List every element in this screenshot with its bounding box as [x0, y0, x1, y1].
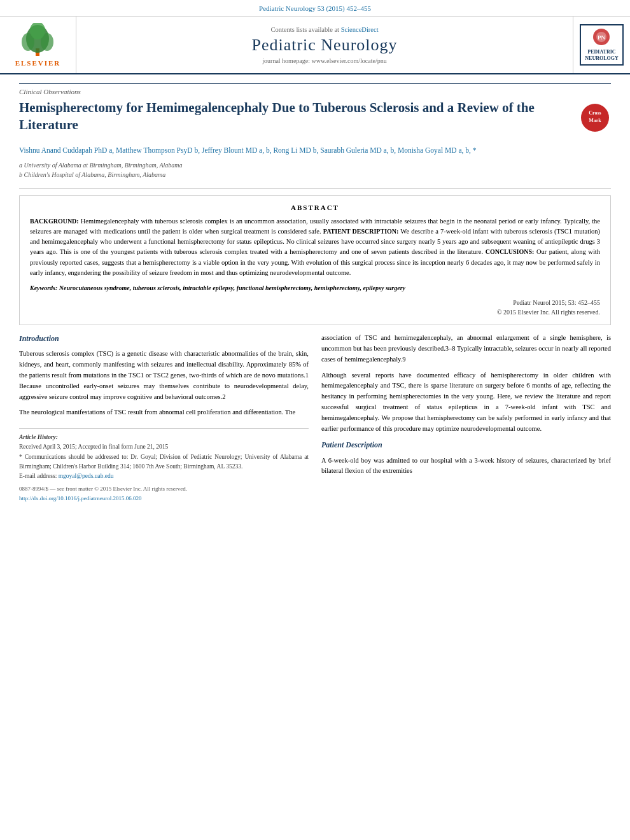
bottom-doi: http://dx.doi.org/10.1016/j.pediatrneuro…	[19, 494, 309, 503]
top-header: Pediatric Neurology 53 (2015) 452–455	[0, 0, 630, 17]
bottom-copyright: 0887-8994/$ — see front matter © 2015 El…	[19, 485, 309, 494]
patient-section-title: Patient Description	[321, 439, 611, 451]
journal-title: Pediatric Neurology	[251, 36, 397, 55]
elsevier-tree-icon	[18, 23, 57, 58]
article-title: Hemispherectomy for Hemimegalencephaly D…	[19, 99, 579, 134]
cite-line2: © 2015 Elsevier Inc. All rights reserved…	[30, 307, 600, 317]
keywords-label: Keywords:	[30, 284, 57, 291]
col-right: association of TSC and hemimegalencephal…	[321, 333, 611, 503]
patient-para1: A 6-week-old boy was admitted to our hos…	[321, 456, 611, 477]
communications-info: * Communications should be addressed to:…	[19, 452, 309, 472]
article-footer: Article History: Received April 3, 2015;…	[19, 428, 309, 481]
sciencedirect-link[interactable]: ScienceDirect	[341, 26, 379, 33]
intro-right-para1: association of TSC and hemimegalencephal…	[321, 333, 611, 365]
journal-title-area: Contents lists available at ScienceDirec…	[76, 17, 573, 73]
patient-desc-label: PATIENT DESCRIPTION:	[323, 228, 399, 235]
intro-right-para2: Although several reports have documented…	[321, 370, 611, 435]
journal-ref-link[interactable]: Pediatric Neurology 53 (2015) 452–455	[259, 4, 371, 12]
logo-line1: PEDIATRIC	[585, 49, 618, 55]
article-title-row: Hemispherectomy for Hemimegalencephaly D…	[19, 99, 611, 138]
journal-homepage: journal homepage: www.elsevier.com/locat…	[262, 57, 386, 64]
journal-logo-area: PN PEDIATRIC NEUROLOGY	[573, 17, 630, 73]
email-line: E-mail address: mgoyal@peds.uab.edu	[19, 472, 309, 481]
abstract-title: ABSTRACT	[30, 204, 600, 211]
intro-para1: Tuberous sclerosis complex (TSC) is a ge…	[19, 349, 309, 402]
logo-line2: NEUROLOGY	[585, 55, 618, 62]
elsevier-logo: ELSEVIER	[15, 23, 61, 67]
sciencedirect-text: Contents lists available at ScienceDirec…	[270, 26, 378, 33]
affiliation-a: a University of Alabama at Birmingham, B…	[19, 160, 611, 170]
crossmark-area: Cross Mark	[579, 102, 611, 138]
divider-1	[19, 188, 611, 189]
intro-title: Introduction	[19, 333, 309, 345]
keywords-text: Neurocutaneous syndrome, tuberous sclero…	[59, 284, 405, 291]
section-tag: Clinical Observations	[19, 83, 611, 95]
background-label: BACKGROUND:	[30, 218, 79, 225]
svg-text:Mark: Mark	[589, 118, 601, 123]
received-info: Received April 3, 2015; Accepted in fina…	[19, 442, 309, 452]
keywords: Keywords: Neurocutaneous syndrome, tuber…	[30, 283, 600, 293]
email-label: E-mail address:	[19, 473, 57, 479]
authors: Vishnu Anand Cuddapah PhD a, Matthew Tho…	[19, 144, 611, 156]
svg-text:PN: PN	[598, 34, 605, 41]
crossmark-icon: Cross Mark	[579, 102, 611, 134]
doi-link[interactable]: http://dx.doi.org/10.1016/j.pediatrneuro…	[19, 495, 142, 501]
email-link[interactable]: mgoyal@peds.uab.edu	[59, 473, 114, 479]
cite-line1: Pediatr Neurol 2015; 53: 452–455	[30, 298, 600, 307]
cite-info: Pediatr Neurol 2015; 53: 452–455 © 2015 …	[30, 298, 600, 317]
affiliation-b: b Children's Hospital of Alabama, Birmin…	[19, 170, 611, 179]
elsevier-logo-area: ELSEVIER	[0, 17, 76, 73]
journal-icon: PN	[592, 28, 610, 46]
elsevier-label: ELSEVIER	[15, 59, 61, 67]
conclusions-label: CONCLUSIONS:	[486, 248, 535, 255]
main-content: Clinical Observations Hemispherectomy fo…	[0, 74, 630, 512]
svg-text:Cross: Cross	[589, 110, 601, 116]
two-col-body: Introduction Tuberous sclerosis complex …	[19, 333, 611, 503]
affiliations: a University of Alabama at Birmingham, B…	[19, 160, 611, 179]
abstract-body: BACKGROUND: Hemimegalencephaly with tube…	[30, 216, 600, 279]
abstract-section: ABSTRACT BACKGROUND: Hemimegalencephaly …	[19, 195, 611, 326]
journal-banner: ELSEVIER Contents lists available at Sci…	[0, 17, 630, 74]
page-wrapper: Pediatric Neurology 53 (2015) 452–455 EL…	[0, 0, 630, 840]
intro-para2: The neurological manifestations of TSC r…	[19, 407, 309, 418]
journal-logo-box: PN PEDIATRIC NEUROLOGY	[580, 24, 623, 66]
article-history-label: Article History:	[19, 433, 309, 442]
col-left: Introduction Tuberous sclerosis complex …	[19, 333, 309, 503]
